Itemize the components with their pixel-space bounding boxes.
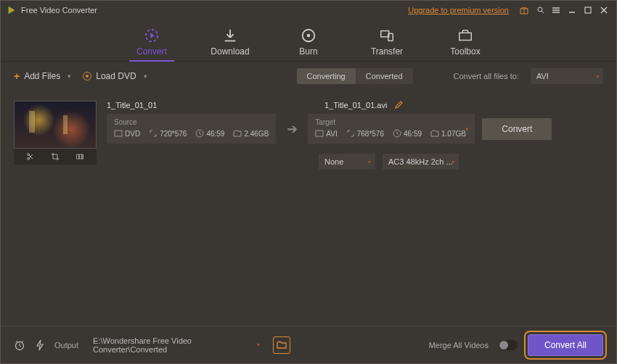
- source-duration: 46:59: [195, 129, 224, 138]
- nav-label: Toolbox: [450, 46, 480, 57]
- nav-label: Burn: [299, 46, 317, 57]
- add-files-button[interactable]: + Add Files ▾: [14, 70, 71, 82]
- subtitle-dropdown[interactable]: None ▾: [319, 154, 375, 170]
- target-panel[interactable]: Target AVI 768*576 46:59 1.07GB ▾: [308, 114, 475, 144]
- chevron-down-icon: ▾: [465, 125, 469, 133]
- load-dvd-button[interactable]: Load DVD ▾: [83, 71, 147, 81]
- main-nav: Convert Download Burn Transfer Toolbox: [1, 20, 616, 62]
- source-format: DVD: [114, 129, 140, 138]
- plus-icon: +: [14, 70, 20, 82]
- close-button[interactable]: [597, 4, 610, 17]
- nav-download[interactable]: Download: [211, 28, 250, 61]
- arrow-right-icon: ➔: [283, 121, 301, 137]
- burn-icon: [301, 28, 316, 44]
- audio-track-dropdown[interactable]: AC3 48kHz 2ch ... ▾: [383, 154, 459, 170]
- convert-all-label: Convert all files to:: [454, 72, 519, 80]
- upgrade-link[interactable]: Upgrade to premium version: [408, 6, 509, 15]
- gpu-accel-icon[interactable]: [36, 339, 44, 351]
- nav-toolbox[interactable]: Toolbox: [446, 28, 485, 61]
- output-label: Output: [54, 341, 78, 349]
- gift-icon[interactable]: [518, 4, 531, 17]
- svg-rect-17: [381, 31, 389, 37]
- app-title: Free Video Converter: [21, 6, 97, 15]
- effects-icon[interactable]: [75, 152, 84, 161]
- file-item: 1_Title_01_01 1_Title_01_01.avi Source D…: [14, 101, 603, 170]
- merge-all-label: Merge All Videos: [429, 341, 489, 349]
- nav-burn[interactable]: Burn: [289, 28, 328, 61]
- folder-icon: [277, 340, 287, 350]
- app-logo-icon: [7, 5, 17, 15]
- target-format: AVI: [315, 129, 337, 138]
- source-panel: Source DVD 720*576 46:59 2.46GB: [107, 114, 276, 144]
- menu-icon[interactable]: [549, 4, 563, 17]
- video-thumbnail[interactable]: [14, 101, 97, 149]
- merge-all-toggle[interactable]: [499, 340, 518, 350]
- crop-icon[interactable]: [51, 152, 60, 161]
- svg-rect-27: [316, 131, 323, 136]
- svg-marker-1: [9, 8, 14, 13]
- nav-label: Transfer: [371, 46, 403, 57]
- svg-rect-24: [82, 154, 83, 159]
- file-list: 1_Title_01_01 1_Title_01_01.avi Source D…: [1, 91, 616, 326]
- add-files-label: Add Files: [24, 71, 60, 81]
- tab-converting[interactable]: Converting: [297, 68, 356, 84]
- target-panel-label: Target: [315, 118, 467, 126]
- svg-rect-23: [79, 154, 81, 159]
- svg-line-5: [542, 11, 544, 13]
- source-resolution: 720*576: [149, 129, 187, 138]
- svg-point-16: [307, 34, 311, 38]
- chevron-down-icon: ▾: [596, 73, 599, 80]
- audio-track-value: AC3 48kHz 2ch ...: [388, 157, 453, 166]
- target-size: 1.07GB: [430, 129, 466, 138]
- target-resolution: 768*576: [346, 129, 384, 138]
- source-filename: 1_Title_01_01: [107, 101, 317, 109]
- output-path-value: E:\Wondershare Free Video Converter\Conv…: [93, 336, 258, 354]
- svg-rect-22: [77, 154, 79, 159]
- source-panel-label: Source: [114, 118, 269, 126]
- svg-rect-10: [585, 7, 591, 13]
- disc-icon: [83, 72, 91, 80]
- transfer-icon: [379, 28, 395, 44]
- trim-icon[interactable]: [26, 152, 35, 161]
- source-size: 2.46GB: [233, 129, 269, 138]
- subtitle-value: None: [324, 157, 343, 166]
- target-filename: 1_Title_01_01.avi: [324, 101, 387, 109]
- nav-label: Download: [211, 46, 249, 57]
- nav-convert[interactable]: Convert: [132, 28, 171, 61]
- chevron-down-icon: ▾: [68, 73, 71, 80]
- svg-rect-19: [459, 33, 472, 40]
- chevron-down-icon: ▾: [257, 342, 260, 348]
- output-format-dropdown[interactable]: AVI ▾: [531, 68, 603, 84]
- chevron-down-icon: ▾: [144, 73, 147, 80]
- convert-button[interactable]: Convert: [482, 118, 552, 140]
- minimize-button[interactable]: [565, 4, 579, 17]
- output-format-value: AVI: [536, 72, 549, 80]
- tab-converted[interactable]: Converted: [356, 68, 413, 84]
- sub-toolbar: + Add Files ▾ Load DVD ▾ Converting Conv…: [1, 62, 616, 91]
- edit-filename-icon[interactable]: [394, 101, 403, 109]
- download-icon: [222, 28, 238, 44]
- svg-marker-14: [150, 33, 155, 38]
- target-duration: 46:59: [393, 129, 422, 138]
- maximize-button[interactable]: [581, 4, 594, 17]
- chevron-down-icon: ▾: [368, 159, 371, 165]
- convert-status-tabs: Converting Converted: [297, 68, 413, 84]
- convert-icon: [144, 28, 160, 44]
- titlebar: Free Video Converter Upgrade to premium …: [1, 1, 616, 20]
- convert-all-button[interactable]: Convert All: [528, 334, 603, 356]
- thumbnail-tools: [14, 149, 97, 165]
- output-path-field[interactable]: E:\Wondershare Free Video Converter\Conv…: [89, 337, 263, 353]
- nav-label: Convert: [136, 46, 167, 57]
- login-icon[interactable]: [534, 4, 547, 17]
- svg-rect-25: [115, 131, 122, 136]
- footer-bar: Output E:\Wondershare Free Video Convert…: [1, 326, 616, 363]
- nav-transfer[interactable]: Transfer: [367, 28, 406, 61]
- open-output-folder-button[interactable]: [273, 336, 290, 354]
- schedule-icon[interactable]: [14, 339, 25, 351]
- load-dvd-label: Load DVD: [96, 71, 136, 81]
- toolbox-icon: [457, 28, 473, 44]
- chevron-down-icon: ▾: [451, 159, 454, 165]
